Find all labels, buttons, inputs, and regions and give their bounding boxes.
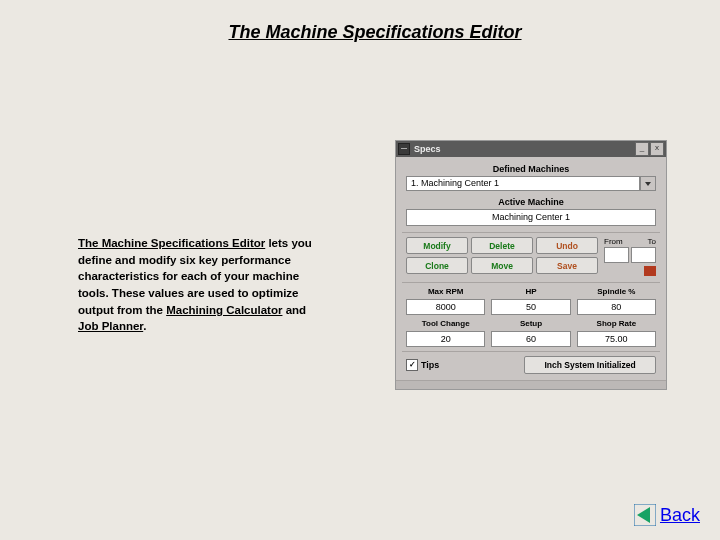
defined-machines-dropdown[interactable]: 1. Machining Center 1 [406,176,656,191]
desc-machining-calculator: Machining Calculator [166,304,282,316]
defined-machines-value: 1. Machining Center 1 [406,176,640,191]
svg-marker-2 [637,507,650,523]
from-field[interactable] [604,247,629,263]
svg-marker-0 [645,182,651,186]
shop-rate-label: Shop Rate [577,319,656,328]
hp-field[interactable]: 50 [491,299,570,315]
desc-job-planner: Job Planner [78,320,143,332]
tips-checkbox-group[interactable]: ✓ Tips [406,359,439,371]
move-button[interactable]: Move [471,257,533,274]
hp-label: HP [491,287,570,296]
close-button[interactable]: x [650,142,664,156]
spindle-field[interactable]: 80 [577,299,656,315]
modify-button[interactable]: Modify [406,237,468,254]
description-text: The Machine Specifications Editor lets y… [78,235,328,335]
page-title: The Machine Specifications Editor [0,0,720,43]
setup-label: Setup [491,319,570,328]
back-link[interactable]: Back [634,504,700,526]
tool-change-label: Tool Change [406,319,485,328]
max-rpm-label: Max RPM [406,287,485,296]
chevron-down-icon[interactable] [640,176,656,191]
system-menu-icon[interactable] [398,143,410,155]
shop-rate-field[interactable]: 75.00 [577,331,656,347]
to-field[interactable] [631,247,656,263]
tool-change-field[interactable]: 20 [406,331,485,347]
dialog-statusbar [396,380,666,389]
dialog-titlebar: Specs _ x [396,141,666,157]
divider [402,351,660,352]
back-arrow-icon [634,504,656,526]
dialog-title: Specs [414,144,634,154]
to-label: To [648,237,656,246]
minimize-button[interactable]: _ [635,142,649,156]
active-machine-label: Active Machine [402,197,660,207]
specs-dialog: Specs _ x Defined Machines 1. Machining … [395,140,667,390]
desc-lead: The Machine Specifications Editor [78,237,265,249]
spindle-label: Spindle % [577,287,656,296]
max-rpm-field[interactable]: 8000 [406,299,485,315]
save-button[interactable]: Save [536,257,598,274]
defined-machines-label: Defined Machines [402,164,660,174]
setup-field[interactable]: 60 [491,331,570,347]
delete-button[interactable]: Delete [471,237,533,254]
status-button[interactable]: Inch System Initialized [524,356,656,374]
tips-checkbox[interactable]: ✓ [406,359,418,371]
progress-swatch-icon [644,266,656,276]
divider [402,282,660,283]
tips-label: Tips [421,360,439,370]
back-label: Back [660,505,700,526]
clone-button[interactable]: Clone [406,257,468,274]
undo-button[interactable]: Undo [536,237,598,254]
from-label: From [604,237,623,246]
divider [402,232,660,233]
active-machine-field[interactable]: Machining Center 1 [406,209,656,226]
